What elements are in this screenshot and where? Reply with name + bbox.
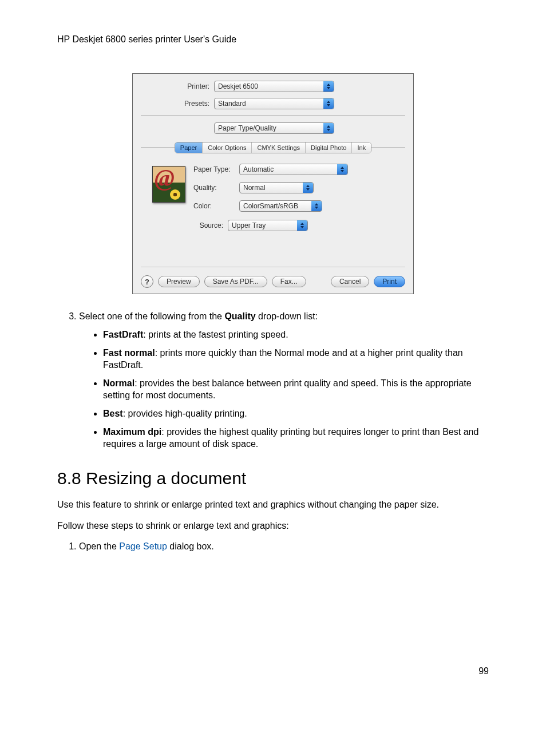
page-number: 99 — [57, 666, 489, 676]
tab-bar: Paper Color Options CMYK Settings Digita… — [141, 142, 405, 153]
list-item: Normal: provides the best balance betwee… — [103, 377, 489, 402]
list-item: Fast normal: prints more quickly than th… — [103, 347, 489, 371]
tab-color-options[interactable]: Color Options — [203, 143, 252, 153]
fax-button[interactable]: Fax... — [272, 276, 306, 287]
color-label: Color: — [193, 202, 239, 210]
print-button[interactable]: Print — [374, 276, 405, 287]
source-label: Source: — [152, 221, 228, 229]
printer-label: Printer: — [141, 82, 214, 90]
list-item: Maximum dpi: provides the highest qualit… — [103, 426, 489, 450]
flower-icon — [170, 189, 180, 200]
section-heading: 8.8 Resizing a document — [57, 469, 489, 488]
preview-thumbnail: @ — [152, 166, 185, 203]
chevron-updown-icon — [297, 220, 307, 231]
list-item: FastDraft: prints at the fastest printin… — [103, 328, 489, 341]
chevron-updown-icon — [311, 201, 322, 211]
quality-options-list: FastDraft: prints at the fastest printin… — [79, 328, 489, 450]
preview-button[interactable]: Preview — [158, 276, 200, 287]
tab-ink[interactable]: Ink — [352, 143, 371, 153]
tab-cmyk-settings[interactable]: CMYK Settings — [252, 143, 306, 153]
print-dialog: Printer: Deskjet 6500 Presets: Standard … — [132, 73, 414, 294]
chevron-updown-icon — [323, 123, 334, 133]
presets-label: Presets: — [141, 100, 214, 108]
paragraph: Use this feature to shrink or enlarge pr… — [57, 498, 489, 511]
at-icon: @ — [155, 166, 175, 192]
step-3: Select one of the following from the Qua… — [79, 311, 489, 450]
tab-paper[interactable]: Paper — [175, 143, 203, 153]
source-select[interactable]: Upper Tray — [228, 220, 308, 231]
cancel-button[interactable]: Cancel — [331, 276, 369, 287]
paper-type-select[interactable]: Automatic — [239, 164, 348, 175]
chevron-updown-icon — [303, 183, 313, 193]
presets-select[interactable]: Standard — [214, 98, 334, 109]
quality-select[interactable]: Normal — [239, 182, 314, 193]
paper-type-label: Paper Type: — [193, 165, 239, 173]
chevron-updown-icon — [323, 98, 334, 109]
page-setup-link[interactable]: Page Setup — [119, 541, 167, 551]
pane-select[interactable]: Paper Type/Quality — [214, 122, 334, 134]
save-as-pdf-button[interactable]: Save As PDF... — [204, 276, 267, 287]
list-item: Best: provides high-quality printing. — [103, 407, 489, 420]
help-button[interactable]: ? — [141, 275, 153, 288]
tab-digital-photo[interactable]: Digital Photo — [306, 143, 352, 153]
doc-title: HP Deskjet 6800 series printer User's Gu… — [57, 34, 489, 45]
quality-label: Quality: — [193, 184, 239, 192]
printer-select[interactable]: Deskjet 6500 — [214, 81, 334, 92]
chevron-updown-icon — [323, 81, 334, 92]
chevron-updown-icon — [337, 164, 347, 175]
paragraph: Follow these steps to shrink or enlarge … — [57, 520, 489, 532]
color-select[interactable]: ColorSmart/sRGB — [239, 200, 322, 212]
step-1: Open the Page Setup dialog box. — [79, 541, 489, 552]
